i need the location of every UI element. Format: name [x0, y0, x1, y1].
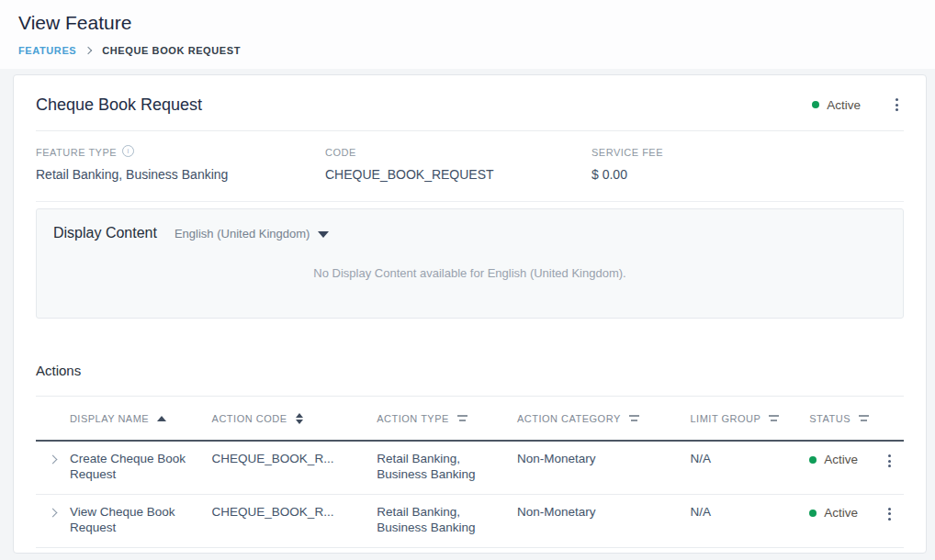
page-header: View Feature FEATURES CHEQUE BOOK REQUES… [0, 0, 935, 69]
cell-display-name[interactable]: View Cheque Book Request [70, 505, 212, 536]
sort-icon [296, 413, 303, 424]
column-status[interactable]: STATUS [809, 413, 883, 424]
feature-type-value: Retail Banking, Business Banking [36, 167, 325, 182]
filter-icon[interactable] [457, 414, 468, 422]
column-action-code-label: ACTION CODE [212, 413, 287, 424]
cell-action-code: CHEQUE_BOOK_R... [212, 505, 377, 521]
breadcrumb-current: CHEQUE BOOK REQUEST [102, 45, 241, 56]
caret-down-icon [318, 231, 329, 238]
field-service-fee: SERVICE FEE $ 0.00 [591, 147, 904, 182]
column-status-label: STATUS [809, 413, 851, 424]
cell-limit-group: N/A [691, 452, 810, 467]
cell-limit-group: N/A [691, 505, 810, 521]
column-display-name-label: DISPLAY NAME [70, 413, 149, 424]
cell-display-name[interactable]: Create Cheque Book Request [70, 452, 212, 483]
feature-fields: FEATURE TYPE i Retail Banking, Business … [36, 131, 904, 202]
column-limit-group[interactable]: LIMIT GROUP [690, 413, 809, 424]
actions-section: Actions DISPLAY NAME ACTION CODE ACTION … [36, 363, 904, 548]
row-status-badge: Active [809, 506, 883, 521]
info-icon[interactable]: i [122, 145, 134, 157]
actions-table-header: DISPLAY NAME ACTION CODE ACTION TYPE ACT… [36, 397, 904, 442]
table-row: View Cheque Book Request CHEQUE_BOOK_R..… [36, 495, 904, 548]
row-expand-button[interactable] [50, 510, 56, 516]
row-expand-button[interactable] [50, 456, 56, 463]
filter-icon[interactable] [769, 414, 779, 422]
column-action-type[interactable]: ACTION TYPE [377, 413, 517, 424]
display-content-panel: Display Content English (United Kingdom)… [36, 208, 904, 319]
cell-action-category: Non-Monetary [517, 452, 691, 467]
display-content-title: Display Content [53, 225, 157, 241]
column-action-category[interactable]: ACTION CATEGORY [517, 413, 691, 424]
page-title: View Feature [18, 10, 917, 35]
status-dot-icon [812, 101, 819, 108]
chevron-right-icon [49, 508, 58, 517]
service-fee-label: SERVICE FEE [591, 147, 663, 158]
row-status-label: Active [824, 453, 858, 468]
cell-action-category: Non-Monetary [517, 505, 691, 521]
feature-name: Cheque Book Request [36, 95, 812, 115]
chevron-right-icon [49, 455, 58, 465]
status-dot-icon [809, 510, 817, 517]
column-limit-group-label: LIMIT GROUP [690, 413, 760, 424]
column-action-type-label: ACTION TYPE [377, 413, 449, 424]
feature-status-label: Active [827, 98, 861, 112]
display-content-empty-message: No Display Content available for English… [53, 266, 886, 280]
field-code: CODE CHEQUE_BOOK_REQUEST [325, 147, 591, 182]
language-selected-value: English (United Kingdom) [175, 227, 310, 241]
row-status-badge: Active [809, 453, 883, 468]
feature-card-header: Cheque Book Request Active [36, 75, 904, 131]
filter-icon[interactable] [629, 414, 639, 422]
filter-icon[interactable] [859, 414, 869, 422]
feature-type-label: FEATURE TYPE [36, 147, 117, 158]
sort-ascending-icon [157, 416, 166, 421]
feature-card: Cheque Book Request Active FEATURE TYPE … [13, 74, 927, 554]
field-feature-type: FEATURE TYPE i Retail Banking, Business … [36, 147, 325, 182]
actions-title: Actions [36, 363, 904, 397]
status-dot-icon [809, 456, 817, 464]
cell-action-type: Retail Banking, Business Banking [377, 452, 517, 483]
row-menu-button[interactable] [883, 504, 896, 524]
service-fee-value: $ 0.00 [591, 167, 904, 182]
feature-menu-button[interactable] [890, 95, 904, 115]
column-display-name[interactable]: DISPLAY NAME [70, 413, 212, 424]
column-action-code[interactable]: ACTION CODE [212, 413, 377, 424]
code-value: CHEQUE_BOOK_REQUEST [325, 167, 591, 182]
feature-status-badge: Active [812, 98, 861, 112]
cell-action-code: CHEQUE_BOOK_R... [212, 452, 377, 467]
breadcrumb: FEATURES CHEQUE BOOK REQUEST [18, 45, 917, 56]
row-menu-button[interactable] [883, 451, 896, 471]
breadcrumb-features-link[interactable]: FEATURES [18, 45, 76, 56]
row-status-label: Active [824, 506, 858, 521]
cell-action-type: Retail Banking, Business Banking [377, 505, 517, 536]
language-selector[interactable]: English (United Kingdom) [175, 227, 329, 241]
chevron-right-icon [84, 47, 92, 54]
column-action-category-label: ACTION CATEGORY [517, 413, 621, 424]
table-row: Create Cheque Book Request CHEQUE_BOOK_R… [36, 442, 904, 495]
code-label: CODE [325, 147, 356, 158]
